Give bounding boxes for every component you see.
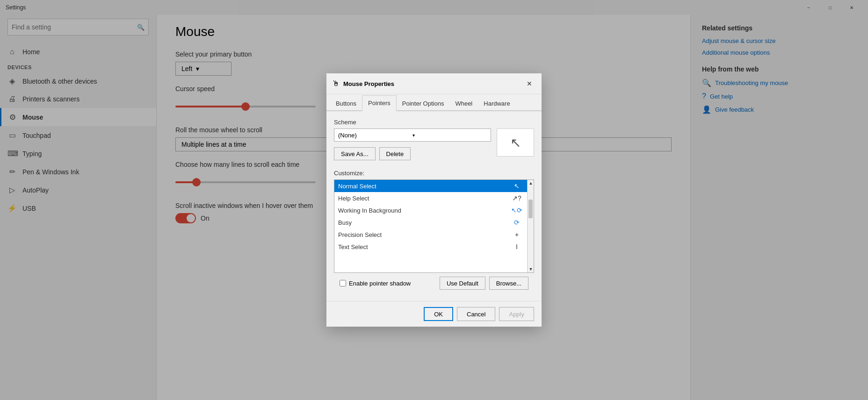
modal-close-button[interactable]: ✕ <box>523 77 536 90</box>
scrollbar-down-arrow[interactable]: ▼ <box>528 266 534 272</box>
cursor-item-text-select-icon: I <box>510 243 523 250</box>
cursor-item-text-select-name: Text Select <box>338 243 510 250</box>
cursor-item-help-select[interactable]: Help Select ↗? <box>334 192 527 204</box>
save-as-button[interactable]: Save As... <box>334 147 376 160</box>
apply-button[interactable]: Apply <box>499 307 534 321</box>
cursor-list-scrollbar[interactable]: ▲ ▼ <box>527 180 534 272</box>
shadow-label: Enable pointer shadow <box>349 280 411 287</box>
cursor-item-normal-select-icon: ↖ <box>510 182 523 190</box>
scrollbar-thumb[interactable] <box>528 200 533 218</box>
scheme-dropdown-arrow-icon: ▾ <box>412 133 487 138</box>
cursor-item-busy[interactable]: Busy ⟳ <box>334 216 527 229</box>
cursor-item-text-select[interactable]: Text Select I <box>334 241 527 253</box>
delete-button[interactable]: Delete <box>379 147 411 160</box>
scheme-value: (None) <box>338 132 412 139</box>
shadow-checkbox-label[interactable]: Enable pointer shadow <box>340 280 411 287</box>
mouse-properties-dialog: 🖱 Mouse Properties ✕ Buttons Pointers Po… <box>326 73 542 327</box>
cursor-item-help-select-icon: ↗? <box>510 194 523 202</box>
modal-mouse-icon: 🖱 <box>332 79 340 88</box>
cursor-item-working-bg-icon: ↖⟳ <box>510 207 523 214</box>
cursor-preview: ↖ <box>497 129 534 157</box>
modal-footer: OK Cancel Apply <box>326 301 542 327</box>
bottom-buttons: Use Default Browse... <box>440 277 528 290</box>
ok-button[interactable]: OK <box>424 307 453 321</box>
cursor-item-working-bg[interactable]: Working In Background ↖⟳ <box>334 204 527 216</box>
scheme-dropdown[interactable]: (None) ▾ <box>334 129 491 142</box>
scheme-row: (None) ▾ <box>334 129 491 142</box>
cursor-item-precision-icon: + <box>510 231 523 238</box>
modal-body: Scheme (None) ▾ Save As... Delete <box>326 111 542 301</box>
cursor-preview-icon: ↖ <box>510 135 521 150</box>
scheme-buttons: Save As... Delete <box>334 147 491 160</box>
use-default-button[interactable]: Use Default <box>440 277 485 290</box>
scrollbar-up-arrow[interactable]: ▲ <box>528 180 534 186</box>
cursor-item-precision-name: Precision Select <box>338 231 510 238</box>
cursor-item-busy-icon: ⟳ <box>510 219 523 226</box>
cursor-list: Normal Select ↖ Help Select ↗? Working I… <box>334 180 527 272</box>
cursor-item-normal-select-name: Normal Select <box>338 183 510 190</box>
cancel-button[interactable]: Cancel <box>457 307 495 321</box>
modal-title: Mouse Properties <box>343 80 519 87</box>
cursor-item-precision[interactable]: Precision Select + <box>334 229 527 241</box>
tab-buttons[interactable]: Buttons <box>330 95 362 111</box>
cursor-list-container: Normal Select ↖ Help Select ↗? Working I… <box>334 179 534 273</box>
cursor-item-working-bg-name: Working In Background <box>338 207 510 214</box>
customize-label: Customize: <box>334 170 534 177</box>
browse-button[interactable]: Browse... <box>489 277 528 290</box>
cursor-item-normal-select[interactable]: Normal Select ↖ <box>334 180 527 192</box>
cursor-item-busy-name: Busy <box>338 219 510 226</box>
tab-hardware[interactable]: Hardware <box>478 95 515 111</box>
enable-shadow-checkbox[interactable] <box>340 280 346 286</box>
cursor-item-help-select-name: Help Select <box>338 195 510 202</box>
tab-pointer-options[interactable]: Pointer Options <box>397 95 450 111</box>
tab-wheel[interactable]: Wheel <box>449 95 478 111</box>
modal-overlay: 🖱 Mouse Properties ✕ Buttons Pointers Po… <box>0 0 868 400</box>
modal-tabs: Buttons Pointers Pointer Options Wheel H… <box>326 94 542 111</box>
scheme-column: (None) ▾ Save As... Delete <box>334 129 491 166</box>
modal-titlebar: 🖱 Mouse Properties ✕ <box>326 73 542 94</box>
bottom-controls: Enable pointer shadow Use Default Browse… <box>334 273 534 293</box>
scheme-label: Scheme <box>334 119 534 126</box>
tab-pointers[interactable]: Pointers <box>362 95 397 111</box>
